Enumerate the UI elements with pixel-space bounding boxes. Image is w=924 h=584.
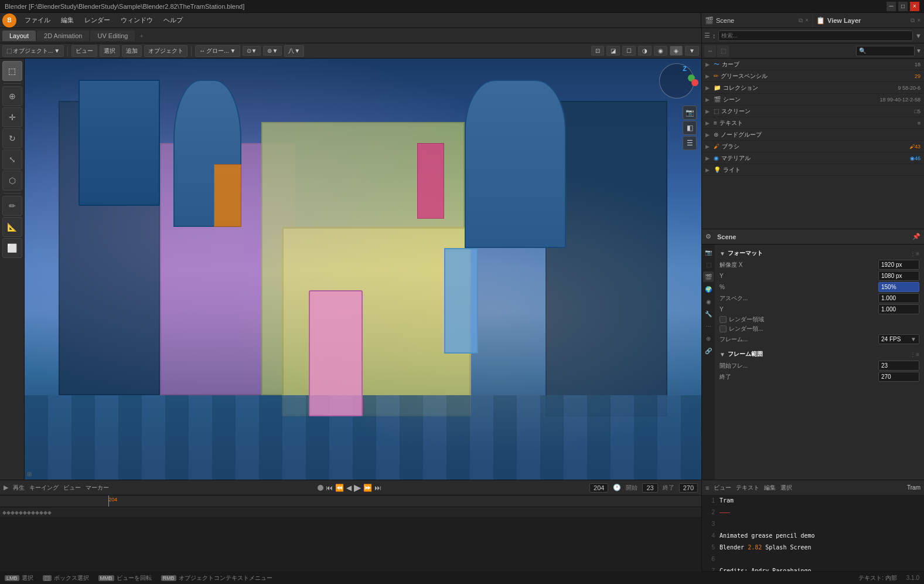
jump-end-btn[interactable]: ⏭ — [374, 484, 381, 492]
aspect-x-value[interactable]: 1.000 — [878, 293, 919, 303]
shading-render[interactable]: ◈ — [670, 46, 683, 56]
outliner-item-nodegroup[interactable]: ▶ ⊛ ノードグループ — [702, 129, 924, 141]
outliner-item-text[interactable]: ▶ ≡ テキスト ≡ — [702, 117, 924, 129]
tool-transform[interactable]: ⬡ — [2, 171, 22, 191]
outliner-item-light[interactable]: ▶ 💡 ライト — [702, 164, 924, 176]
aspect-y-value[interactable]: 1.000 — [878, 304, 919, 314]
outliner-item-collection[interactable]: ▶ 📁 コレクション 9 58-20-6 — [702, 82, 924, 94]
menu-render[interactable]: レンダー — [80, 15, 115, 26]
tab-uv-editing[interactable]: UV Editing — [90, 30, 135, 41]
res-scale-value[interactable]: 150% — [878, 282, 919, 292]
shading-material[interactable]: ◉ — [654, 46, 667, 56]
add-menu[interactable]: 追加 — [122, 45, 142, 57]
timeline-menu-marker[interactable]: マーカー — [86, 484, 109, 492]
text-menu-text[interactable]: テキスト — [736, 484, 759, 492]
props-icon-world[interactable]: 🌍 — [703, 284, 714, 294]
text-menu-edit[interactable]: 編集 — [764, 484, 776, 492]
res-x-value[interactable]: 1920 px — [878, 260, 919, 270]
viewport-resize-handle[interactable]: ⊞ — [27, 471, 32, 477]
props-icon-physics[interactable]: ⊕ — [703, 333, 714, 344]
timeline-menu-view[interactable]: ビュー — [63, 484, 81, 492]
frame-range-toggle[interactable]: ▼ フレーム範囲 ⋮≡ — [720, 350, 919, 358]
props-icon-object[interactable]: ◉ — [703, 296, 714, 307]
outliner-filter-icon[interactable]: ▼ — [915, 32, 922, 39]
mode-selector[interactable]: ⬚ オブジェクト... ▼ — [2, 45, 64, 57]
outliner-item-material[interactable]: ▶ ◉ マテリアル ◉46 — [702, 152, 924, 164]
menu-edit[interactable]: 編集 — [56, 15, 79, 26]
proportional-btn[interactable]: ⊚▼ — [263, 46, 282, 56]
end-frame-display[interactable]: 270 — [679, 483, 698, 493]
tab-add[interactable]: + — [136, 31, 146, 40]
render-region-check[interactable] — [720, 316, 727, 323]
view-layer-close[interactable]: × — [917, 17, 920, 23]
outliner-item-scene[interactable]: ▶ 🎬 シーン 18 99-40-12-2-58 — [702, 94, 924, 106]
tool-scale[interactable]: ⤡ — [2, 150, 22, 169]
menu-file[interactable]: ファイル — [20, 15, 55, 26]
xray-btn[interactable]: ◪ — [606, 46, 620, 56]
view-layer-options[interactable]: ⧉ — [911, 17, 915, 24]
tool-cursor[interactable]: ⊕ — [2, 86, 22, 106]
start-frame-display[interactable]: 23 — [642, 483, 657, 493]
snap-btn[interactable]: ⊙▼ — [243, 46, 261, 56]
outliner-item-curve[interactable]: ▶ 〜 カーブ 18 — [702, 59, 924, 70]
tool-move[interactable]: ✛ — [2, 107, 22, 127]
props-filter[interactable]: ▼ — [916, 47, 922, 54]
zoom-camera-btn[interactable]: 📷 — [683, 106, 697, 120]
text-menu-view[interactable]: ビュー — [714, 484, 731, 492]
timeline-area[interactable]: 204 ◆◆◆◆◆◆◆◆◆◆◆◆ — [0, 495, 701, 571]
outliner-item-brush[interactable]: ▶ 🖌 ブラシ 🖌43 — [702, 141, 924, 152]
viewport-gizmo[interactable]: Z — [659, 63, 694, 99]
props-icon-constraints[interactable]: 🔗 — [703, 345, 714, 356]
tool-rotate[interactable]: ↻ — [2, 128, 22, 148]
object-menu[interactable]: オブジェクト — [144, 45, 187, 57]
props-icon-output[interactable]: ⬚ — [703, 259, 714, 270]
view-menu[interactable]: ビュー — [71, 45, 97, 57]
local-view-btn[interactable]: ☰ — [683, 136, 697, 150]
tab-2d-animation[interactable]: 2D Animation — [37, 30, 89, 41]
overlay-right[interactable]: ⊡ — [591, 46, 604, 56]
props-icon-render[interactable]: 📷 — [703, 247, 714, 257]
viewport-extra[interactable]: ▼ — [685, 46, 699, 56]
tab-layout[interactable]: Layout — [2, 30, 36, 41]
shading-wire[interactable]: ☐ — [622, 46, 636, 56]
gizmo-circle[interactable]: Z — [659, 63, 694, 99]
jump-start-btn[interactable]: ⏮ — [326, 484, 333, 492]
play-btn[interactable]: ▶ — [354, 482, 361, 493]
outliner-search[interactable] — [718, 30, 913, 41]
scene-panel-options[interactable]: ⧉ — [799, 17, 803, 24]
props-tool-icon[interactable]: ↔ — [704, 45, 716, 57]
maximize-button[interactable]: □ — [898, 2, 908, 11]
step-fwd-btn[interactable]: ⏩ — [363, 484, 372, 492]
scene-panel-close[interactable]: × — [805, 17, 809, 23]
text-file-name[interactable]: Tram — [907, 484, 920, 491]
format-section-toggle[interactable]: ▼ フォーマット ⋮≡ — [720, 249, 919, 257]
props-search[interactable]: 🔍 — [856, 46, 915, 56]
perspective-btn[interactable]: ◧ — [683, 121, 697, 135]
menu-help[interactable]: ヘルプ — [159, 15, 187, 26]
props-icon-particles[interactable]: ⋯ — [703, 321, 714, 331]
minimize-button[interactable]: ─ — [887, 2, 896, 11]
shading-solid[interactable]: ◑ — [638, 46, 652, 56]
transform-selector[interactable]: ↔ グロー... ▼ — [195, 45, 240, 57]
text-editor-body[interactable]: 1 Tram 2 ——— 3 4 Animated grease pencil … — [701, 495, 924, 571]
props-icon-scene[interactable]: 🎬 — [703, 271, 714, 282]
start-frame-value[interactable]: 23 — [878, 361, 919, 371]
end-frame-value[interactable]: 270 — [878, 372, 919, 382]
scene-panel-dropdown[interactable]: Scene — [716, 17, 796, 24]
tool-measure[interactable]: 📐 — [2, 217, 22, 237]
play-back-btn[interactable]: ◀ — [346, 484, 352, 492]
viewport-3d[interactable]: Z 📷 ◧ ☰ ⊞ — [25, 59, 701, 480]
step-back-btn[interactable]: ⏪ — [335, 484, 344, 492]
render-region2-check[interactable] — [720, 325, 727, 332]
close-button[interactable]: × — [910, 2, 919, 11]
outliner-item-grease[interactable]: ▶ ✏ グリースペンシル 29 — [702, 70, 924, 82]
timeline-tracks[interactable]: ◆◆◆◆◆◆◆◆◆◆◆◆ — [0, 507, 701, 572]
current-frame-display[interactable]: 204 — [589, 483, 608, 493]
tool-annotate[interactable]: ✏ — [2, 196, 22, 216]
select-menu[interactable]: 選択 — [100, 45, 120, 57]
timeline-menu-play[interactable]: 再生 — [13, 484, 25, 492]
tool-add[interactable]: ⬜ — [2, 238, 22, 258]
tool-select-box[interactable]: ⬚ — [2, 61, 22, 81]
overlay-btn[interactable]: 八▼ — [284, 45, 304, 57]
text-menu-select[interactable]: 選択 — [780, 484, 792, 492]
